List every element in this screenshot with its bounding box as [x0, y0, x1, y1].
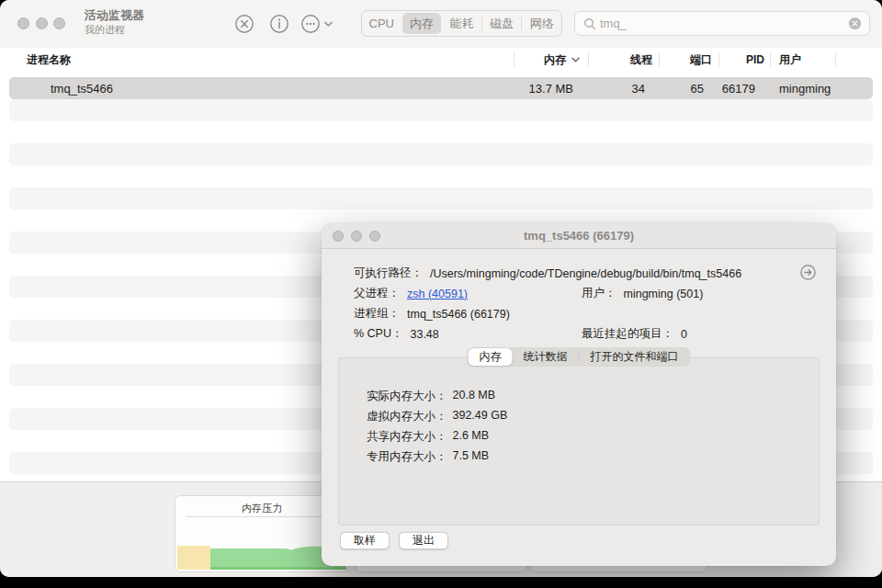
column-header-memory-label: 内存 — [544, 52, 566, 68]
cell-ports: 65 — [691, 77, 704, 99]
cell-pid: 66179 — [722, 77, 755, 99]
search-input[interactable] — [596, 17, 848, 30]
stat-label: 实际内存大小： — [367, 389, 447, 404]
column-header-threads[interactable]: 线程 — [630, 48, 652, 72]
stat-value: 7.5 MB — [453, 449, 490, 465]
reveal-in-finder-icon[interactable] — [800, 265, 816, 280]
close-button[interactable] — [17, 17, 29, 29]
stat-virtual-memory: 虚拟内存大小： 392.49 GB — [367, 409, 507, 424]
search-icon — [583, 17, 596, 30]
detail-tab-bar: 内存 统计数据 打开的文件和端口 — [468, 347, 691, 367]
cell-memory: 13.7 MB — [529, 77, 573, 99]
column-divider — [588, 52, 589, 67]
detail-content-panel: 实际内存大小： 20.8 MB 虚拟内存大小： 392.49 GB 共享内存大小… — [338, 357, 820, 526]
column-header-pid[interactable]: PID — [746, 48, 764, 72]
search-field[interactable] — [574, 11, 870, 36]
tab-energy[interactable]: 能耗 — [442, 12, 481, 35]
cell-threads: 34 — [632, 77, 645, 99]
empty-row — [9, 187, 873, 209]
cell-user: mingming — [779, 77, 831, 99]
inspect-icon[interactable] — [268, 13, 290, 35]
screen: 活动监视器 我的进程 CPU 内存 能耗 磁盘 网络 — [0, 0, 882, 588]
column-header-ports[interactable]: 端口 — [690, 48, 712, 72]
detail-tab-open-files[interactable]: 打开的文件和端口 — [580, 348, 690, 366]
cpu-row: % CPU： 33.48 — [354, 326, 439, 342]
stat-value: 20.8 MB — [453, 389, 496, 404]
table-header: 进程名称 内存 线程 端口 PID 用户 — [0, 48, 882, 73]
hangs-row: 最近挂起的项目： 0 — [582, 326, 687, 342]
exec-path-value: /Users/mingming/code/TDengine/debug/buil… — [430, 267, 741, 280]
empty-row — [9, 143, 873, 165]
stat-value: 2.6 MB — [453, 429, 490, 445]
parent-process-label: 父进程： — [354, 286, 400, 301]
column-header-name[interactable]: 进程名称 — [27, 48, 71, 72]
stat-real-memory: 实际内存大小： 20.8 MB — [367, 389, 495, 404]
user-label: 用户： — [582, 286, 616, 301]
column-divider — [514, 52, 514, 67]
process-group-label: 进程组： — [354, 306, 400, 322]
stat-label: 共享内存大小： — [367, 429, 447, 445]
cpu-value: 33.48 — [410, 328, 438, 341]
sort-descending-icon — [571, 56, 581, 63]
tab-memory[interactable]: 内存 — [402, 13, 442, 34]
stat-value: 392.49 GB — [453, 409, 508, 424]
parent-process-row: 父进程： zsh (40591) — [354, 286, 468, 301]
column-header-user[interactable]: 用户 — [779, 48, 801, 72]
sample-button[interactable]: 取样 — [340, 532, 390, 549]
hangs-label: 最近挂起的项目： — [582, 326, 673, 342]
table-row-selected[interactable]: tmq_ts5466 13.7 MB 34 65 66179 mingming — [9, 77, 873, 99]
hangs-value: 0 — [681, 328, 687, 341]
column-header-memory[interactable]: 内存 — [544, 48, 581, 72]
detail-tab-memory[interactable]: 内存 — [469, 348, 513, 366]
toolbar: 活动监视器 我的进程 CPU 内存 能耗 磁盘 网络 — [0, 0, 882, 49]
view-segmented-control: CPU 内存 能耗 磁盘 网络 — [361, 10, 562, 37]
more-options-icon[interactable] — [300, 13, 322, 35]
process-detail-window: tmq_ts5466 (66179) 可执行路径： /Users/mingmin… — [322, 223, 836, 566]
stat-shared-memory: 共享内存大小： 2.6 MB — [367, 429, 489, 445]
window-subtitle: 我的进程 — [85, 23, 144, 36]
stat-private-memory: 专用内存大小： 7.5 MB — [367, 449, 489, 465]
detail-tab-statistics[interactable]: 统计数据 — [513, 348, 579, 366]
cell-process-name: tmq_ts5466 — [51, 77, 113, 99]
process-group-value: tmq_ts5466 (66179) — [407, 308, 510, 321]
empty-row — [9, 99, 873, 121]
popup-title: tmq_ts5466 (66179) — [322, 229, 836, 243]
column-divider — [835, 52, 836, 67]
column-divider — [659, 52, 660, 67]
user-value: mingming (501) — [624, 288, 704, 300]
parent-process-link[interactable]: zsh (40591) — [407, 288, 468, 300]
tab-cpu[interactable]: CPU — [362, 12, 401, 35]
memory-pressure-divider — [187, 516, 337, 517]
tab-disk[interactable]: 磁盘 — [482, 12, 522, 35]
exec-path-label: 可执行路径： — [354, 266, 423, 281]
column-divider — [718, 52, 719, 67]
popup-titlebar: tmq_ts5466 (66179) — [322, 223, 836, 249]
quit-button[interactable]: 退出 — [399, 532, 448, 549]
zoom-button[interactable] — [53, 17, 65, 29]
process-group-row: 进程组： tmq_ts5466 (66179) — [354, 306, 510, 322]
tab-network[interactable]: 网络 — [522, 12, 561, 35]
minimize-button[interactable] — [36, 17, 48, 29]
cpu-label: % CPU： — [354, 326, 402, 342]
user-row: 用户： mingming (501) — [582, 286, 703, 301]
window-title: 活动监视器 — [85, 8, 144, 23]
title-block: 活动监视器 我的进程 — [85, 8, 144, 36]
quit-process-icon[interactable] — [233, 13, 255, 35]
stat-label: 专用内存大小： — [367, 449, 447, 465]
clear-search-icon[interactable] — [848, 17, 862, 30]
column-divider — [770, 52, 771, 67]
stat-label: 虚拟内存大小： — [367, 409, 447, 424]
exec-path-row: 可执行路径： /Users/mingming/code/TDengine/deb… — [354, 266, 741, 281]
